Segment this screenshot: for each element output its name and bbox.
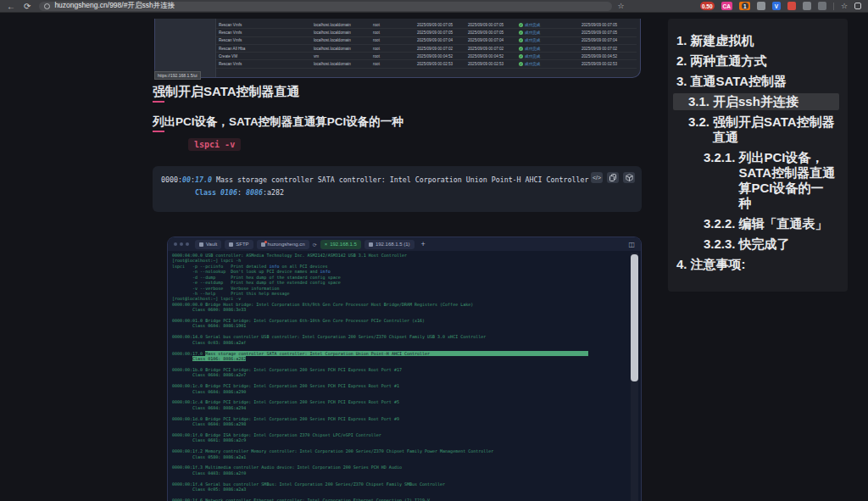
address-bar[interactable]: huzongsheng.cn/998/#开启ssh并连接 bbox=[39, 2, 612, 11]
terminal-tabs: VaultSFTPhuzongsheng.cn⟳×192.168.1.5192.… bbox=[195, 240, 415, 249]
success-check-icon: ✓ bbox=[519, 23, 523, 27]
toc-item[interactable]: 3.2.强制开启SATA控制器直通 bbox=[673, 114, 839, 146]
terminal-screenshot-image[interactable]: VaultSFTPhuzongsheng.cn⟳×192.168.1.5192.… bbox=[167, 237, 642, 501]
task-cell: 2025/09/09 00:02:53 bbox=[581, 62, 637, 66]
terminal-tab-label: Vault bbox=[206, 242, 217, 247]
task-cell: 2025/09/09 00:07:02 bbox=[468, 47, 519, 51]
task-cell: localhost.localdomain bbox=[314, 47, 373, 51]
success-check-icon: ✓ bbox=[519, 62, 523, 66]
esxi-tasks-screenshot-image[interactable]: Rescan Vmfslocalhost.localdomainroot2025… bbox=[154, 19, 641, 78]
task-cell: root bbox=[373, 38, 417, 42]
task-result-cell: ✓成功完成 bbox=[519, 62, 581, 66]
extensions-star-icon[interactable]: ☆ bbox=[841, 2, 848, 10]
grey-ext-icon[interactable] bbox=[757, 2, 765, 10]
view-raw-code-icon[interactable]: </> bbox=[591, 172, 603, 183]
task-cell: 2025/09/09 00:02:53 bbox=[468, 62, 519, 66]
toc-item-label: 强制开启SATA控制器直通 bbox=[713, 114, 836, 145]
task-cell: 2025/09/09 00:04:52 bbox=[417, 54, 468, 58]
task-cell: 2025/09/09 00:02:53 bbox=[417, 62, 468, 66]
task-row: Rescan Vmfslocalhost.localdomainroot2025… bbox=[216, 60, 637, 68]
toc-item[interactable]: 1.新建虚拟机 bbox=[673, 32, 839, 49]
task-result-cell: ✓成功完成 bbox=[519, 23, 581, 27]
toc-item-label: 两种直通方式 bbox=[691, 53, 767, 69]
browser-window: ← ⟳ huzongsheng.cn/998/#开启ssh并连接 ☆ 0.50C… bbox=[0, 0, 868, 501]
task-cell: localhost.localdomain bbox=[314, 31, 373, 35]
toc-item[interactable]: 3.2.3.快完成了 bbox=[673, 236, 839, 253]
cube-icon[interactable] bbox=[623, 172, 635, 183]
task-result-link: 成功完成 bbox=[525, 62, 540, 66]
esxi-task-table: Rescan Vmfslocalhost.localdomainroot2025… bbox=[216, 21, 637, 69]
article-content: Rescan Vmfslocalhost.localdomainroot2025… bbox=[153, 13, 642, 501]
url-text: huzongsheng.cn/998/#开启ssh并连接 bbox=[54, 1, 175, 11]
task-cell: Rescan Vmfs bbox=[219, 23, 314, 27]
terminal-tab: Vault bbox=[195, 240, 221, 249]
task-cell: 2025/09/09 00:07:04 bbox=[581, 38, 637, 42]
copy-icon[interactable] bbox=[607, 172, 619, 183]
toc-item[interactable]: 3.2.2.编辑「直通表」 bbox=[673, 215, 839, 232]
terminal-tab-label: huzongsheng.cn bbox=[268, 242, 305, 247]
grey-ext-icon-2[interactable] bbox=[803, 2, 811, 10]
success-check-icon: ✓ bbox=[519, 47, 523, 51]
back-icon[interactable]: ← bbox=[7, 0, 15, 13]
toc-item-number: 3.2.1. bbox=[704, 150, 736, 211]
task-cell: 2025/09/09 00:07:05 bbox=[468, 31, 519, 35]
task-row: Rescan Vmfslocalhost.localdomainroot2025… bbox=[216, 29, 637, 36]
task-cell: localhost.localdomain bbox=[314, 62, 373, 66]
toc-item-label: 直通SATA控制器 bbox=[691, 74, 787, 89]
site-info-icon[interactable] bbox=[44, 3, 50, 9]
blue-ext-icon[interactable]: V bbox=[772, 2, 781, 10]
toc-item[interactable]: 3.1.开启ssh并连接 bbox=[673, 93, 839, 110]
toc-item-number: 3.2.2. bbox=[704, 216, 736, 231]
toc-item-number: 3.2. bbox=[688, 114, 709, 145]
bookmark-star-icon[interactable]: ☆ bbox=[617, 2, 624, 10]
inline-code-lspci: lspci -v bbox=[188, 138, 241, 151]
grey-ext-icon-3[interactable] bbox=[818, 2, 826, 10]
task-result-link: 成功完成 bbox=[525, 31, 540, 35]
toc-item[interactable]: 3.直通SATA控制器 bbox=[673, 73, 839, 90]
task-cell: Rescan Vmfs bbox=[219, 62, 314, 66]
task-result-link: 成功完成 bbox=[525, 54, 540, 58]
success-check-icon: ✓ bbox=[519, 54, 523, 58]
timer-badge-ext-icon[interactable]: 0.50 bbox=[700, 2, 715, 10]
toc-item-label: 快完成了 bbox=[739, 237, 790, 252]
toc-item-label: 列出PCI设备，SATA控制器直通算PCI设备的一种 bbox=[739, 150, 836, 211]
toc-item-label: 开启ssh并连接 bbox=[713, 94, 798, 109]
task-cell: 2025/09/09 00:07:04 bbox=[468, 38, 519, 42]
sync-icon: ⟳ bbox=[313, 242, 317, 248]
terminal-tab-label: 192.168.1.5 bbox=[330, 242, 357, 247]
ca-ext-icon[interactable]: CA bbox=[721, 2, 732, 10]
page-body: Rescan Vmfslocalhost.localdomainroot2025… bbox=[0, 13, 868, 501]
heading-accent-bar bbox=[153, 101, 164, 103]
toc-item-label: 编辑「直通表」 bbox=[739, 216, 828, 231]
toc-item-number: 3.1. bbox=[688, 94, 709, 109]
notification-ext-icon[interactable]: 1 bbox=[739, 2, 750, 10]
task-cell: 2025/09/09 00:04:52 bbox=[581, 54, 637, 58]
terminal-tab: huzongsheng.cn bbox=[257, 240, 309, 249]
red-ext-icon[interactable] bbox=[787, 2, 796, 10]
task-cell: Create VM bbox=[219, 54, 314, 58]
code-line: 0000:00:17.0 Mass storage controller SAT… bbox=[161, 174, 633, 186]
code-block: 0000:00:17.0 Mass storage controller SAT… bbox=[153, 166, 642, 212]
profile-icon[interactable] bbox=[854, 3, 861, 9]
toc-item-number: 2. bbox=[676, 53, 687, 69]
close-icon: × bbox=[325, 242, 328, 247]
task-cell: Rescan Vmfs bbox=[219, 31, 314, 35]
task-cell: root bbox=[373, 54, 417, 58]
browser-toolbar: ← ⟳ huzongsheng.cn/998/#开启ssh并连接 ☆ 0.50C… bbox=[0, 0, 868, 13]
toolbar-separator bbox=[833, 3, 834, 10]
success-check-icon: ✓ bbox=[519, 31, 523, 35]
terminal-tab-label: 192.168.1.5 (1) bbox=[376, 242, 410, 247]
terminal-line: 0000:00:1f.6 Network controller Ethernet… bbox=[172, 498, 629, 501]
task-row: Create VMvmroot2025/09/09 00:04:522025/0… bbox=[216, 53, 637, 60]
toc-item[interactable]: 2.两种直通方式 bbox=[673, 53, 839, 70]
task-result-link: 成功完成 bbox=[525, 47, 540, 51]
terminal-scrollbar bbox=[631, 253, 638, 501]
code-block-actions: </> bbox=[591, 172, 635, 183]
status-url-tooltip: https://192.168.1.5/ui bbox=[154, 71, 201, 80]
toc-item[interactable]: 3.2.1.列出PCI设备，SATA控制器直通算PCI设备的一种 bbox=[673, 149, 839, 212]
toc-item[interactable]: 4.注意事项: bbox=[673, 256, 839, 273]
session-icon bbox=[369, 242, 373, 247]
task-result-link: 成功完成 bbox=[525, 38, 540, 42]
site-icon bbox=[261, 242, 265, 247]
reload-icon[interactable]: ⟳ bbox=[24, 0, 31, 13]
